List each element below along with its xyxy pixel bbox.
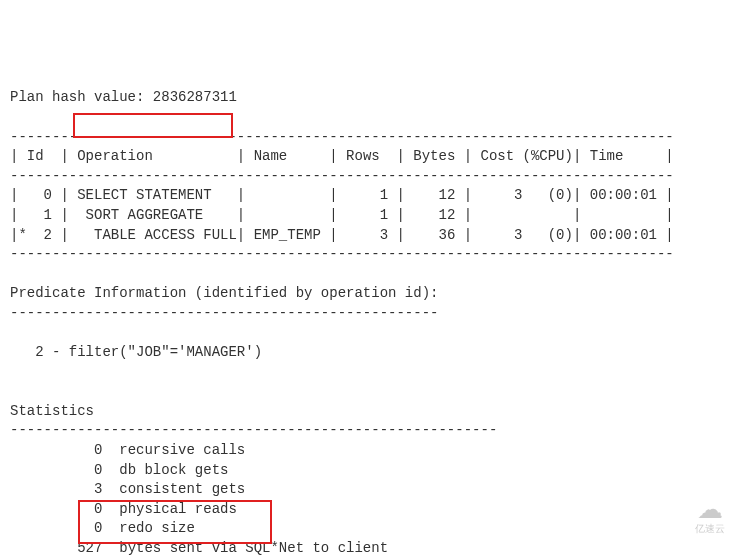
col-bytes: Bytes |: [405, 148, 472, 164]
stat0-val: 0: [10, 442, 102, 458]
statistics-divider: ----------------------------------------…: [10, 422, 497, 438]
col-id: | Id |: [10, 148, 69, 164]
row2-id: |* 2 |: [10, 227, 69, 243]
row0-name: |: [245, 187, 337, 203]
predicate-header: Predicate Information (identified by ope…: [10, 285, 438, 301]
row1-id: | 1 |: [10, 207, 69, 223]
stat3-label: physical reads: [102, 501, 236, 517]
col-time: Time |: [581, 148, 673, 164]
plan-divider-bottom: ----------------------------------------…: [10, 246, 674, 262]
statistics-header: Statistics: [10, 403, 94, 419]
plan-divider-mid: ----------------------------------------…: [10, 168, 674, 184]
row2-bytes: 36 |: [405, 227, 472, 243]
row0-time: 00:00:01 |: [581, 187, 673, 203]
plan-divider-top: ----------------------------------------…: [10, 129, 674, 145]
row0-rows: 1 |: [338, 187, 405, 203]
col-name: Name |: [245, 148, 337, 164]
row2-time: 00:00:01 |: [581, 227, 673, 243]
watermark-logo: ☁ 亿速云: [682, 497, 737, 535]
col-cost: Cost (%CPU)|: [472, 148, 581, 164]
stat5-val: 527: [10, 540, 102, 555]
row2-rows: 3 |: [338, 227, 405, 243]
row2-op: TABLE ACCESS FULL|: [69, 227, 245, 243]
stat2-label: consistent gets: [102, 481, 245, 497]
plan-hash-label: Plan hash value:: [10, 89, 153, 105]
watermark-text: 亿速云: [695, 522, 725, 536]
row1-time: |: [581, 207, 673, 223]
row0-op: SELECT STATEMENT |: [69, 187, 245, 203]
stat1-label: db block gets: [102, 462, 228, 478]
stat5-label: bytes sent via SQL*Net to client: [102, 540, 388, 555]
col-rows: Rows |: [338, 148, 405, 164]
stat4-val: 0: [10, 520, 102, 536]
predicate-divider: ----------------------------------------…: [10, 305, 438, 321]
row2-cost: 3 (0)|: [472, 227, 581, 243]
row0-id: | 0 |: [10, 187, 69, 203]
row1-name: |: [245, 207, 337, 223]
predicate-filter: 2 - filter("JOB"='MANAGER'): [10, 344, 262, 360]
row1-cost: |: [472, 207, 581, 223]
row1-op: SORT AGGREGATE |: [69, 207, 245, 223]
row1-bytes: 12 |: [405, 207, 472, 223]
stat3-val: 0: [10, 501, 102, 517]
stat1-val: 0: [10, 462, 102, 478]
plan-hash-value: 2836287311: [153, 89, 237, 105]
row2-name: EMP_TEMP |: [245, 227, 337, 243]
cloud-icon: ☁: [697, 496, 723, 522]
row0-cost: 3 (0)|: [472, 187, 581, 203]
row0-bytes: 12 |: [405, 187, 472, 203]
stat0-label: recursive calls: [102, 442, 245, 458]
stat2-val: 3: [10, 481, 102, 497]
col-operation: Operation |: [69, 148, 245, 164]
row1-rows: 1 |: [338, 207, 405, 223]
stat4-label: redo size: [102, 520, 194, 536]
